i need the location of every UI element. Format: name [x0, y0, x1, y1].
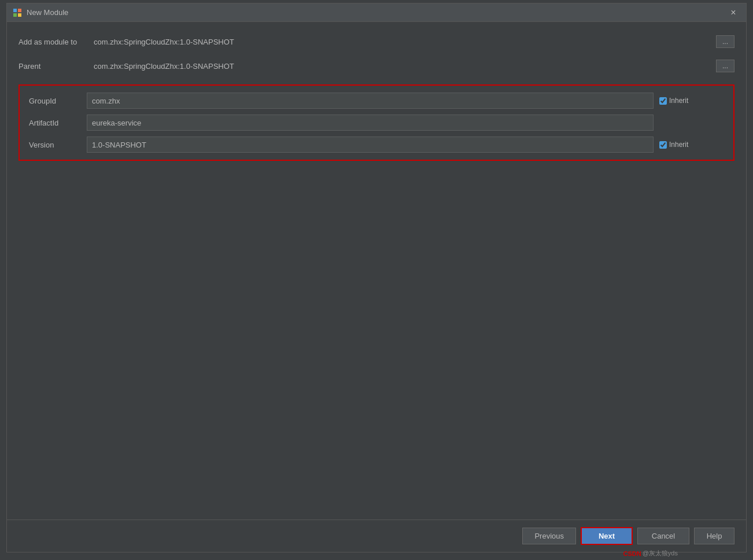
parent-label: Parent: [19, 62, 94, 71]
content-spacer: [19, 170, 734, 510]
parent-value: com.zhx:SpringCloudZhx:1.0-SNAPSHOT: [94, 62, 711, 71]
version-row: Version Inherit: [29, 137, 724, 153]
module-icon: [13, 8, 22, 17]
dialog-container: New Module × Add as module to com.zhx:Sp…: [6, 3, 747, 552]
artifact-id-label: ArtifactId: [29, 119, 87, 127]
svg-rect-2: [13, 13, 17, 17]
svg-rect-0: [13, 9, 17, 12]
maven-form-section: GroupId Inherit ArtifactId Version Inher…: [19, 84, 734, 161]
group-id-inherit: Inherit: [659, 97, 688, 105]
csdn-logo: CSDN: [623, 550, 641, 557]
close-button[interactable]: ×: [726, 6, 740, 20]
dialog-title: New Module: [27, 8, 726, 17]
parent-row: Parent com.zhx:SpringCloudZhx:1.0-SNAPSH…: [19, 56, 734, 76]
add-as-module-row: Add as module to com.zhx:SpringCloudZhx:…: [19, 31, 734, 52]
version-input[interactable]: [87, 137, 654, 153]
version-inherit: Inherit: [659, 141, 688, 149]
csdn-watermark: CSDN @灰太狼yds: [623, 549, 678, 558]
group-id-label: GroupId: [29, 97, 87, 105]
version-label: Version: [29, 141, 87, 149]
previous-button[interactable]: Previous: [522, 528, 576, 544]
group-id-inherit-label: Inherit: [669, 97, 688, 105]
artifact-id-row: ArtifactId: [29, 115, 724, 131]
version-inherit-label: Inherit: [669, 141, 688, 149]
add-as-module-btn[interactable]: ...: [716, 35, 734, 48]
title-bar: New Module ×: [7, 3, 746, 22]
artifact-id-input[interactable]: [87, 115, 654, 131]
help-button[interactable]: Help: [694, 528, 734, 544]
add-as-module-value: com.zhx:SpringCloudZhx:1.0-SNAPSHOT: [94, 38, 711, 46]
parent-btn[interactable]: ...: [716, 60, 734, 72]
group-id-inherit-checkbox[interactable]: [659, 97, 667, 105]
content-area: Add as module to com.zhx:SpringCloudZhx:…: [7, 22, 746, 520]
next-button[interactable]: Next: [581, 527, 633, 545]
svg-rect-1: [18, 9, 21, 12]
group-id-row: GroupId Inherit: [29, 93, 724, 109]
svg-rect-3: [18, 13, 21, 17]
group-id-input[interactable]: [87, 93, 654, 109]
version-inherit-checkbox[interactable]: [659, 141, 667, 149]
cancel-button[interactable]: Cancel: [637, 528, 689, 544]
add-as-module-label: Add as module to: [19, 38, 94, 46]
bottom-bar: Previous Next Cancel Help: [7, 520, 746, 552]
csdn-user: @灰太狼yds: [643, 549, 678, 558]
